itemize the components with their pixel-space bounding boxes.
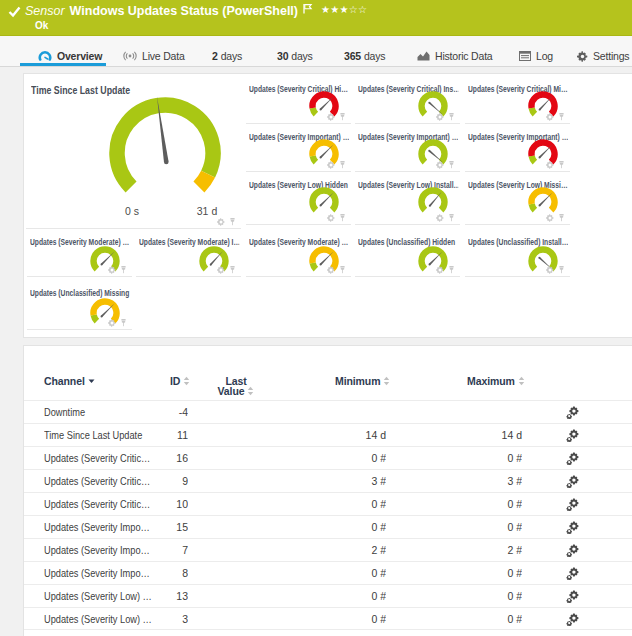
tile-actions — [436, 113, 455, 121]
time-since-last-update-gauge — [97, 95, 233, 211]
channel-row[interactable]: Updates (Severity Critic…100 #0 # — [24, 492, 632, 515]
column-header-channel[interactable]: Channel — [44, 376, 95, 386]
channel-last-value — [194, 424, 279, 447]
channel-settings-gears-icon[interactable] — [566, 475, 580, 488]
tab-2-days[interactable]: 2days — [212, 49, 242, 63]
column-header-maximum[interactable]: Maximum — [467, 376, 525, 386]
gear-icon[interactable] — [217, 266, 225, 274]
gear-icon[interactable] — [108, 266, 116, 274]
gear-icon[interactable] — [327, 266, 335, 274]
channel-settings[interactable] — [564, 562, 582, 585]
channel-row[interactable]: Updates (Severity Impo…150 #0 # — [24, 515, 632, 538]
channel-row[interactable]: Updates (Severity Critic…93 #3 # — [24, 469, 632, 492]
sensor-header: Sensor Windows Updates Status (PowerShel… — [0, 0, 632, 36]
channel-maximum: 0 # — [422, 516, 522, 539]
gear-icon[interactable] — [546, 113, 554, 121]
channel-id: -4 — [134, 401, 188, 424]
pin-icon[interactable] — [448, 161, 455, 169]
pin-icon[interactable] — [558, 214, 565, 222]
pin-icon[interactable] — [448, 214, 455, 222]
channel-settings-gears-icon[interactable] — [566, 498, 580, 511]
histogram-icon — [417, 51, 430, 61]
gear-icon[interactable] — [436, 214, 444, 222]
pin-icon[interactable] — [229, 218, 236, 226]
pin-icon[interactable] — [339, 266, 346, 274]
gear-icon[interactable] — [546, 214, 554, 222]
gear-icon[interactable] — [217, 218, 225, 226]
pin-icon[interactable] — [448, 266, 455, 274]
channel-settings[interactable] — [564, 470, 582, 493]
channel-row[interactable]: Downtime-4 — [24, 400, 632, 423]
channel-row[interactable]: Updates (Severity Impo…80 #0 # — [24, 561, 632, 584]
channel-settings-gears-icon[interactable] — [566, 429, 580, 442]
channel-id: 7 — [134, 539, 188, 562]
pin-icon[interactable] — [339, 161, 346, 169]
tile-actions — [546, 113, 565, 121]
channel-row[interactable]: Updates (Severity Critic…160 #0 # — [24, 446, 632, 469]
tab-live-data[interactable]: Live Data — [123, 49, 185, 63]
channel-row[interactable]: Time Since Last Update1114 d14 d — [24, 423, 632, 446]
channel-maximum: 14 d — [422, 424, 522, 447]
channel-settings[interactable] — [564, 424, 582, 447]
channel-settings[interactable] — [564, 539, 582, 562]
pin-icon[interactable] — [120, 319, 127, 327]
pin-icon[interactable] — [120, 266, 127, 274]
tab-30-days[interactable]: 30days — [277, 49, 313, 63]
channel-settings[interactable] — [564, 516, 582, 539]
channel-settings[interactable] — [564, 585, 582, 608]
channel-table-body: Downtime-4Time Since Last Update1114 d14… — [24, 400, 632, 630]
gauge-tile: Updates (Severity Low) Missi… — [465, 172, 570, 225]
gear-icon[interactable] — [546, 266, 554, 274]
flag-icon[interactable] — [302, 3, 313, 14]
channel-minimum: 0 # — [286, 608, 386, 631]
gear-icon[interactable] — [546, 161, 554, 169]
channel-minimum: 0 # — [286, 585, 386, 608]
channel-id: 8 — [134, 562, 188, 585]
sort-icon — [383, 376, 390, 386]
channel-maximum: 0 # — [422, 493, 522, 516]
ok-check-icon — [8, 5, 21, 18]
channel-settings-gears-icon[interactable] — [566, 452, 580, 465]
channel-settings-gears-icon[interactable] — [566, 544, 580, 557]
tab-365-days[interactable]: 365days — [344, 49, 385, 63]
channel-settings[interactable] — [564, 447, 582, 470]
channel-settings-gears-icon[interactable] — [566, 613, 580, 626]
tile-actions — [436, 161, 455, 169]
gear-icon[interactable] — [327, 214, 335, 222]
channel-row[interactable]: Updates (Severity Impo…72 #2 # — [24, 538, 632, 561]
channel-settings-gears-icon[interactable] — [566, 590, 580, 603]
gear-icon[interactable] — [436, 266, 444, 274]
channel-settings-gears-icon[interactable] — [566, 406, 580, 419]
channel-settings[interactable] — [564, 608, 582, 631]
gear-icon[interactable] — [327, 113, 335, 121]
gear-icon[interactable] — [327, 161, 335, 169]
tab-log[interactable]: Log — [519, 49, 553, 63]
channel-settings-gears-icon[interactable] — [566, 567, 580, 580]
pin-icon[interactable] — [339, 214, 346, 222]
column-header-minimum[interactable]: Minimum — [335, 376, 390, 386]
tab-settings[interactable]: Settings — [577, 49, 629, 63]
channel-settings[interactable] — [564, 401, 582, 424]
pin-icon[interactable] — [229, 266, 236, 274]
channel-last-value — [194, 608, 279, 631]
channel-settings[interactable] — [564, 493, 582, 516]
gear-icon[interactable] — [108, 319, 116, 327]
pin-icon[interactable] — [448, 113, 455, 121]
pin-icon[interactable] — [558, 161, 565, 169]
channel-settings-gears-icon[interactable] — [566, 521, 580, 534]
pin-icon[interactable] — [558, 266, 565, 274]
channel-row[interactable]: Updates (Severity Low) …130 #0 # — [24, 584, 632, 607]
gauge-tile: Updates (Unclassified) Install… — [465, 229, 570, 277]
tab-overview[interactable]: Overview — [38, 49, 102, 63]
column-header-id[interactable]: ID — [170, 376, 190, 386]
gear-icon[interactable] — [436, 113, 444, 121]
channel-last-value — [194, 539, 279, 562]
column-header-last-value[interactable]: Last Value — [206, 376, 266, 396]
channel-row[interactable]: Updates (Severity Low) …30 #0 # — [24, 607, 632, 630]
pin-icon[interactable] — [339, 113, 346, 121]
pin-icon[interactable] — [558, 113, 565, 121]
gear-icon[interactable] — [436, 161, 444, 169]
tab-historic-data[interactable]: Historic Data — [417, 49, 493, 63]
priority-stars[interactable]: ★★★☆☆ — [321, 4, 367, 15]
tile-actions — [546, 214, 565, 222]
